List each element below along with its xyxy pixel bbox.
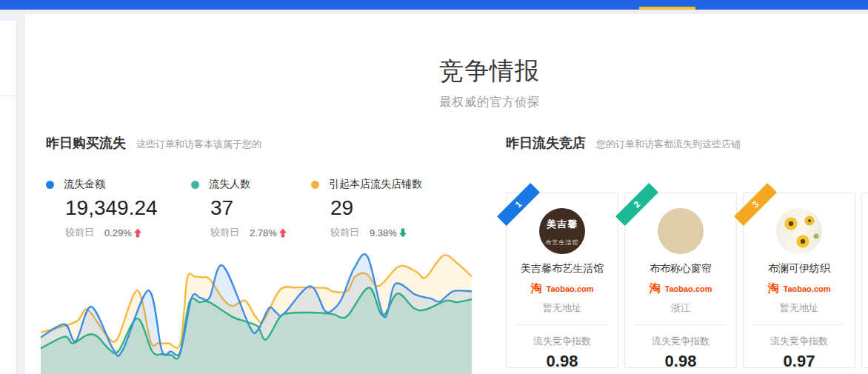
section-title: 昨日购买流失 (46, 134, 126, 152)
rank-number: 3 (750, 199, 761, 210)
rank-ribbon: 1 (497, 183, 540, 226)
loss-index-value: 0.98 (625, 352, 736, 371)
metric-loss-shops: 引起本店流失店铺数 29 较前日 9.38% (311, 178, 422, 239)
compare-label: 较前日 (65, 226, 94, 239)
card-divider (752, 324, 846, 325)
shop-avatar (776, 208, 822, 254)
shop-address: 浙江 (625, 301, 736, 315)
shop-address: 暂无地址 (507, 301, 618, 315)
platform-label: Taobao.com (665, 284, 712, 293)
loss-index-label: 流失竞争指数 (744, 335, 855, 348)
page-subtitle: 最权威的官方侦探 (111, 95, 868, 110)
rank-ribbon: 2 (615, 183, 658, 226)
loss-index-value: 0.98 (507, 352, 618, 371)
metric-value: 29 (330, 196, 422, 220)
platform-row: 淘 Taobao.com (507, 281, 618, 295)
shop-name[interactable]: 布澜可伊纺织 (744, 262, 855, 276)
change-percent: 0.29% (104, 227, 132, 238)
platform-row: 淘 Taobao.com (744, 281, 855, 295)
loss-index-label: 流失竞争指数 (507, 335, 618, 348)
platform-label: Taobao.com (547, 284, 594, 293)
section-subtitle: 您的订单和访客都流失到这些店铺 (596, 138, 741, 151)
rank-number: 1 (513, 199, 524, 210)
legend-dot-icon (191, 181, 199, 189)
compare-label: 较前日 (210, 226, 239, 239)
shop-avatar: 美吉馨 布艺生活馆 (539, 208, 585, 254)
change-percent: 9.38% (370, 227, 397, 238)
legend-dot-icon (46, 181, 54, 189)
shop-card[interactable]: 1 美吉馨 布艺生活馆 美吉馨布艺生活馆 淘 Taobao.com 暂无地址 流… (506, 193, 618, 368)
loss-index-value: 0.97 (744, 352, 855, 371)
collapsed-sidebar[interactable] (0, 21, 17, 374)
loss-trend-chart[interactable] (41, 246, 472, 374)
card-divider (515, 324, 609, 325)
change-arrow-icon (278, 228, 287, 238)
taobao-icon: 淘 (649, 281, 660, 294)
section-title: 昨日流失竞店 (506, 134, 586, 152)
legend-dot-icon (311, 181, 319, 189)
change-percent: 2.78% (250, 227, 277, 238)
hero-header: 竞争情报 最权威的官方侦探 (111, 55, 868, 110)
metric-value: 37 (210, 196, 287, 220)
shop-name[interactable]: 布布称心窗帘 (625, 262, 736, 276)
taobao-icon: 淘 (767, 281, 778, 294)
competitor-card-list: 1 美吉馨 布艺生活馆 美吉馨布艺生活馆 淘 Taobao.com 暂无地址 流… (506, 193, 868, 368)
avatar-text: 美吉馨 (539, 218, 585, 231)
section-subtitle: 这些订单和访客本该属于您的 (136, 138, 261, 151)
taobao-icon: 淘 (530, 281, 541, 294)
avatar-text: 布艺生活馆 (539, 238, 585, 247)
loss-index-label: 流失竞争指数 (625, 335, 736, 348)
shop-name[interactable]: 美吉馨布艺生活馆 (507, 262, 618, 276)
platform-label: Taobao.com (784, 284, 831, 293)
metric-label: 流失金额 (64, 178, 105, 191)
purchase-loss-header: 昨日购买流失 这些订单和访客本该属于您的 (46, 134, 261, 152)
card-divider (634, 324, 727, 325)
sidebar-divider (0, 96, 16, 96)
shop-address: 暂无地址 (744, 301, 855, 315)
shop-card-partial (861, 193, 868, 368)
competitive-intelligence-page: 竞争情报 最权威的官方侦探 昨日购买流失 这些订单和访客本该属于您的 流失金额 … (0, 0, 868, 374)
shop-card[interactable]: 3 布澜可伊纺织 淘 Taobao.com 暂无地址 流失竞争指数 0.97 (743, 193, 855, 368)
change-arrow-icon (133, 228, 142, 238)
shop-card[interactable]: 2 布布称心窗帘 淘 Taobao.com 浙江 流失竞争指数 0.98 (624, 193, 737, 368)
metric-loss-people: 流失人数 37 较前日 2.78% (191, 178, 287, 239)
competitor-loss-header: 昨日流失竞店 您的订单和访客都流失到这些店铺 (506, 134, 741, 152)
rank-number: 2 (632, 199, 643, 210)
rank-ribbon: 3 (734, 183, 777, 226)
trend-chart-canvas (41, 246, 472, 374)
chrome-strip (0, 10, 868, 14)
metric-loss-amount: 流失金额 19,349.24 较前日 0.29% (46, 178, 158, 239)
metric-value: 19,349.24 (65, 196, 158, 220)
top-navbar (0, 0, 868, 10)
shop-avatar (658, 208, 704, 254)
platform-row: 淘 Taobao.com (625, 281, 736, 295)
compare-label: 较前日 (330, 226, 359, 239)
change-arrow-icon (398, 228, 407, 238)
metric-label: 流失人数 (209, 178, 250, 191)
page-title: 竞争情报 (111, 55, 868, 88)
metric-label: 引起本店流失店铺数 (329, 178, 422, 191)
